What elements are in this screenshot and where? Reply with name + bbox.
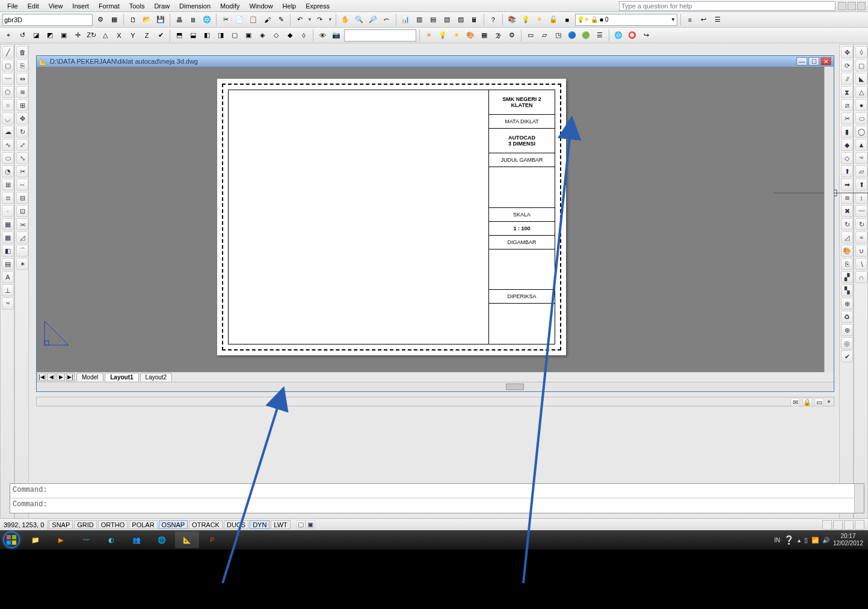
zoom-previous-icon[interactable]: ⤺ — [381, 14, 393, 26]
join-icon[interactable]: ⫘ — [16, 218, 28, 230]
polygon-icon[interactable]: ⬠ — [2, 86, 14, 98]
style-grid-icon[interactable]: ▦ — [108, 14, 120, 26]
3dorbit-constrained-icon[interactable]: ⭕ — [626, 29, 638, 41]
fillet-icon[interactable]: ⌒ — [16, 245, 28, 257]
status-toggle-osnap[interactable]: OSNAP — [159, 520, 188, 529]
gradient-icon[interactable]: ▦ — [2, 231, 14, 243]
mtext-icon[interactable]: A — [2, 271, 14, 283]
status-toggle-polar[interactable]: POLAR — [129, 520, 157, 529]
copyface-icon[interactable]: ⎘ — [841, 258, 853, 270]
style-name-input[interactable] — [2, 14, 93, 26]
sheetset-icon[interactable]: ▧ — [441, 14, 453, 26]
restore-app-icon[interactable] — [848, 2, 856, 10]
print-icon[interactable]: 🖶 — [173, 14, 185, 26]
revcloud-icon[interactable]: ☁ — [2, 126, 14, 138]
help-icon[interactable]: ? — [487, 14, 499, 26]
ucs-object-icon[interactable]: ◩ — [44, 29, 56, 41]
tab-layout2[interactable]: Layout2 — [140, 373, 173, 381]
insert-block-icon[interactable]: ⊞ — [2, 179, 14, 191]
check-icon[interactable]: ✔ — [841, 350, 853, 363]
layer-color-icon[interactable]: ■ — [561, 14, 573, 26]
copy-clip-icon[interactable]: 📄 — [233, 14, 245, 26]
cone-icon[interactable]: △ — [855, 86, 867, 98]
layer-sun-icon[interactable]: ☀ — [534, 14, 546, 26]
circle-icon[interactable]: ○ — [2, 99, 14, 111]
ucs-origin-icon[interactable]: ✛ — [72, 29, 84, 41]
status-toggle-otrack[interactable]: OTRACK — [189, 520, 223, 529]
close-drawing-icon[interactable]: ✕ — [820, 57, 831, 66]
designcenter-icon[interactable]: ▥ — [413, 14, 425, 26]
arc-icon[interactable]: ◡ — [2, 112, 14, 124]
cylinder-icon[interactable]: ⬭ — [855, 112, 867, 124]
erase-icon[interactable]: 🗑 — [16, 46, 28, 58]
ucs-zaxis-icon[interactable]: Z — [141, 29, 153, 41]
thicken-icon[interactable]: ▮ — [841, 126, 853, 138]
camera-icon[interactable]: 📷 — [330, 29, 342, 41]
break-icon[interactable]: ⊡ — [16, 205, 28, 217]
trim-icon[interactable]: ✂ — [16, 165, 28, 177]
redo-dropdown-icon[interactable]: ▼ — [328, 17, 333, 22]
menu-modify[interactable]: Modify — [215, 1, 244, 11]
taskbar-chrome-icon[interactable]: 🌐 — [150, 531, 174, 548]
3dorbit-free-icon[interactable]: 🌐 — [612, 29, 624, 41]
sectionplane-icon[interactable]: ⧄ — [841, 99, 853, 111]
adv-render-icon[interactable]: ⚙ — [506, 29, 518, 41]
menu-help[interactable]: Help — [278, 1, 301, 11]
taskbar-powerpoint-icon[interactable]: P — [200, 531, 224, 548]
pan-icon[interactable]: ✋ — [339, 14, 351, 26]
taskbar-explorer-icon[interactable]: 📁 — [23, 531, 48, 548]
tray-wifi-icon[interactable]: 📶 — [811, 537, 819, 543]
toolpalettes-icon[interactable]: ▤ — [427, 14, 439, 26]
layout-canvas[interactable]: SMK NEGERI 2 KLATEN MATA DIKLAT AUTOCAD … — [37, 67, 824, 372]
torus-icon[interactable]: ◯ — [855, 126, 867, 138]
table-icon[interactable]: ▤ — [2, 258, 14, 270]
tray-battery-icon[interactable]: ▯ — [804, 537, 808, 543]
tray-dropdown-icon[interactable]: ▼ — [826, 398, 831, 406]
region-icon[interactable]: ◧ — [2, 245, 14, 257]
blockeditor-icon[interactable]: ✎ — [275, 14, 287, 26]
undo-dropdown-icon[interactable]: ▼ — [307, 17, 312, 22]
menu-view[interactable]: View — [44, 1, 68, 11]
markup-icon[interactable]: ▨ — [455, 14, 467, 26]
annotation-visibility-icon[interactable] — [833, 520, 843, 530]
array-icon[interactable]: ⊞ — [16, 99, 28, 111]
ucs-view-icon[interactable]: ▣ — [58, 29, 70, 41]
status-toggle-ducs[interactable]: DUCS — [224, 520, 248, 529]
tab-nav-next[interactable]: ▶ — [57, 373, 65, 381]
command-scroll[interactable] — [854, 484, 864, 513]
3dmirror-icon[interactable]: ⧗ — [841, 86, 853, 98]
render-env-icon[interactable]: 🌫 — [492, 29, 504, 41]
vs-realistic-icon[interactable]: 🔵 — [566, 29, 578, 41]
publish-icon[interactable]: 🌐 — [201, 14, 213, 26]
sun-icon[interactable]: ☀ — [451, 29, 463, 41]
open-icon[interactable]: 📂 — [141, 14, 153, 26]
layer-lock-icon[interactable]: 🔓 — [547, 14, 559, 26]
input-lang[interactable]: IN — [774, 537, 780, 543]
hatch-icon[interactable]: ▦ — [2, 218, 14, 230]
style-settings-icon[interactable]: ⚙ — [94, 14, 106, 26]
paste-icon[interactable]: 📋 — [247, 14, 259, 26]
layer-iso-icon[interactable]: ☰ — [712, 14, 724, 26]
convtosolid-icon[interactable]: ◆ — [841, 139, 853, 151]
status-toggle-lwt[interactable]: LWT — [271, 520, 290, 529]
helix-icon[interactable]: ༄ — [2, 298, 14, 310]
axis-icon[interactable]: ⊥ — [2, 284, 14, 296]
status-toggle-ortho[interactable]: ORTHO — [98, 520, 128, 529]
view-left-icon[interactable]: ◧ — [201, 29, 213, 41]
taskbar-app1-icon[interactable]: 〰 — [74, 531, 98, 548]
command-window[interactable]: Command: Command: — [10, 483, 864, 513]
taskbar-clock[interactable]: 20:17 12/02/2012 — [833, 533, 863, 547]
rotate-icon[interactable]: ↻ — [16, 126, 28, 138]
sphere-icon[interactable]: ● — [855, 99, 867, 111]
ellipsearc-icon[interactable]: ◔ — [2, 165, 14, 177]
help-search-input[interactable] — [619, 1, 836, 11]
plot-preview-icon[interactable]: 🗎 — [187, 14, 199, 26]
render-icon[interactable]: ☀ — [423, 29, 435, 41]
polyline-icon[interactable]: 〰 — [2, 73, 14, 85]
convtosurf-icon[interactable]: ◇ — [841, 152, 853, 164]
minimize-app-icon[interactable] — [838, 2, 846, 10]
intersect-icon[interactable]: ∩ — [855, 271, 867, 283]
taskbar-app3-icon[interactable]: 👥 — [125, 531, 149, 548]
ucs-previous-icon[interactable]: ↺ — [16, 29, 28, 41]
layer-bulb-icon[interactable]: 💡 — [520, 14, 532, 26]
